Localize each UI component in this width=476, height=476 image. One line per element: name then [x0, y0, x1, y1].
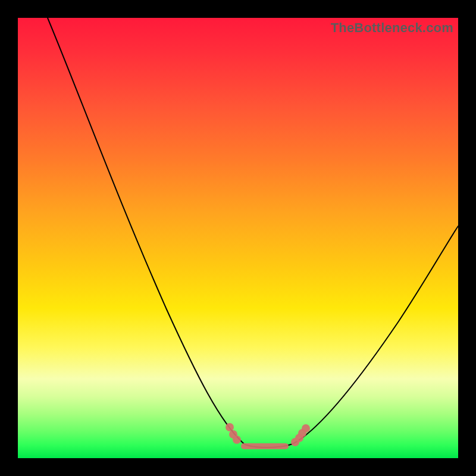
marker-dot	[226, 423, 234, 431]
marker-dot	[302, 424, 310, 433]
marker-dot	[233, 436, 241, 444]
bottleneck-curve-path	[48, 18, 458, 447]
bottleneck-curve-svg	[18, 18, 458, 458]
plot-area: TheBottleneck.com	[18, 18, 458, 458]
chart-frame: TheBottleneck.com	[0, 0, 476, 476]
